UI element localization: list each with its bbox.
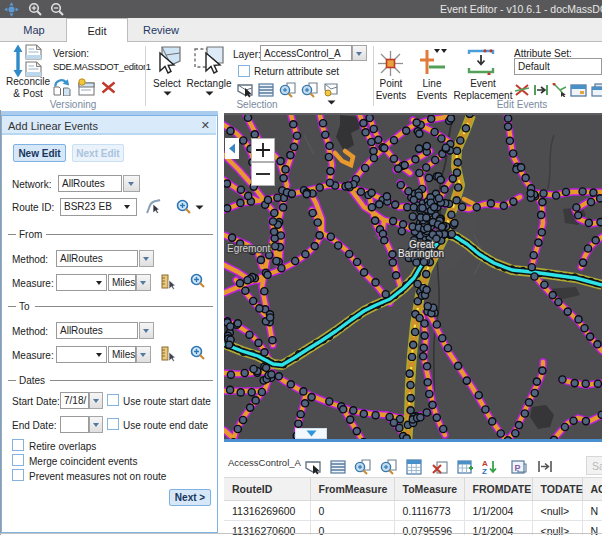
svg-text:Egremont: Egremont bbox=[227, 243, 271, 254]
svg-text:Barrington: Barrington bbox=[398, 248, 444, 259]
svg-text:Z: Z bbox=[482, 467, 487, 475]
